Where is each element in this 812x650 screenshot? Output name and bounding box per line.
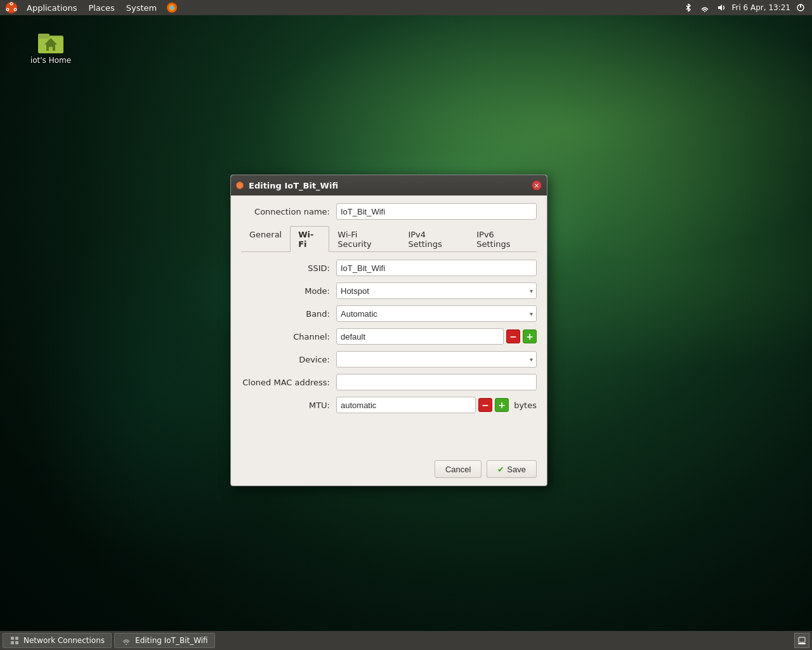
taskbar-wifi-icon [121,635,131,646]
titlebar-dot [236,182,244,189]
firefox-icon[interactable] [166,1,178,14]
channel-spinbox: − + [336,328,537,345]
svg-rect-21 [11,641,14,644]
taskbar-network-label: Network Connections [23,636,105,645]
svg-rect-2 [38,34,49,39]
mtu-spinbox: − + bytes [336,397,537,413]
taskbar-right [794,633,809,648]
mtu-decrement-button[interactable]: − [478,398,492,412]
save-button[interactable]: ✔Save [487,460,537,478]
band-select-wrap: Automatic A (5 GHz) B/G (2.4 GHz) ▾ [336,305,537,322]
tab-ipv6-settings[interactable]: IPv6 Settings [468,226,537,252]
device-label: Device: [241,355,336,364]
taskbar-editing-dialog[interactable]: Editing IoT_Bit_Wifi [114,633,215,648]
dialog-buttons: Cancel ✔Save [231,455,547,486]
power-icon[interactable] [794,1,807,14]
network-icon[interactable] [698,1,711,14]
svg-rect-23 [15,641,18,644]
channel-input[interactable] [336,328,504,345]
applications-menu[interactable]: Applications [22,0,82,15]
top-panel: Applications Places System [0,0,812,15]
dialog-title: Editing IoT_Bit_Wifi [249,181,532,190]
svg-rect-26 [798,643,806,644]
taskbar-show-desktop-button[interactable] [794,633,809,648]
mode-select[interactable]: Hotspot Infrastructure Ad-hoc AP [336,282,537,299]
taskbar-editing-label: Editing IoT_Bit_Wifi [135,636,208,645]
mode-select-wrap: Hotspot Infrastructure Ad-hoc AP ▾ [336,282,537,299]
svg-point-11 [7,9,8,10]
ssid-row: SSID: [241,260,537,276]
device-row: Device: ▾ [241,351,537,368]
device-select-wrap: ▾ [336,351,537,368]
channel-increment-button[interactable]: + [523,329,537,343]
cloned-mac-input[interactable] [336,374,537,390]
taskbar: Network Connections Editing IoT_Bit_Wifi [0,631,812,650]
ubuntu-logo-icon [5,1,18,14]
desktop-icon-label: iot's Home [30,56,71,65]
cancel-button[interactable]: Cancel [435,460,481,478]
connection-name-label: Connection name: [241,207,336,216]
ssid-label: SSID: [241,263,336,273]
svg-rect-20 [11,637,14,640]
svg-point-10 [11,3,12,4]
tab-general[interactable]: General [241,226,290,252]
channel-decrement-button[interactable]: − [506,329,520,343]
svg-point-12 [15,9,16,10]
close-button[interactable]: ✕ [532,180,542,190]
band-label: Band: [241,309,336,319]
mode-label: Mode: [241,286,336,296]
bluetooth-icon[interactable] [682,1,695,14]
mode-row: Mode: Hotspot Infrastructure Ad-hoc AP ▾ [241,282,537,299]
system-menu[interactable]: System [121,0,162,15]
desktop-icon-home[interactable]: iot's Home [25,25,76,65]
svg-rect-5 [49,47,53,51]
cloned-mac-row: Cloned MAC address: [241,374,537,390]
svg-point-15 [170,6,174,10]
tab-ipv4-settings[interactable]: IPv4 Settings [400,226,468,252]
edit-connection-dialog: Editing IoT_Bit_Wifi ✕ Connection name: … [230,175,547,486]
mtu-label: MTU: [241,401,336,410]
taskbar-network-connections[interactable]: Network Connections [3,633,112,648]
save-checkmark-icon: ✔ [497,465,504,474]
connection-name-row: Connection name: [241,203,537,220]
mtu-increment-button[interactable]: + [495,398,509,412]
mtu-input[interactable] [336,397,476,413]
taskbar-network-icon [10,635,20,646]
tab-wifi[interactable]: Wi-Fi [290,226,329,252]
channel-row: Channel: − + [241,328,537,345]
svg-point-16 [704,11,705,12]
svg-marker-17 [718,4,722,11]
tab-wifi-security[interactable]: Wi-Fi Security [329,226,400,252]
ssid-input[interactable] [336,260,537,276]
dialog-titlebar: Editing IoT_Bit_Wifi ✕ [231,175,547,196]
mtu-row: MTU: − + bytes [241,397,537,413]
channel-label: Channel: [241,332,336,342]
bytes-label: bytes [514,401,537,410]
svg-rect-25 [799,637,805,642]
volume-icon[interactable] [715,1,728,14]
device-select[interactable] [336,351,537,368]
cloned-mac-label: Cloned MAC address: [241,378,336,387]
connection-name-input[interactable] [336,203,537,220]
places-menu[interactable]: Places [83,0,119,15]
tabs-container: General Wi-Fi Wi-Fi Security IPv4 Settin… [241,226,537,252]
svg-point-24 [126,644,127,645]
band-row: Band: Automatic A (5 GHz) B/G (2.4 GHz) … [241,305,537,322]
datetime-label: Fri 6 Apr, 13:21 [731,3,790,12]
band-select[interactable]: Automatic A (5 GHz) B/G (2.4 GHz) [336,305,537,322]
svg-rect-22 [15,637,18,640]
